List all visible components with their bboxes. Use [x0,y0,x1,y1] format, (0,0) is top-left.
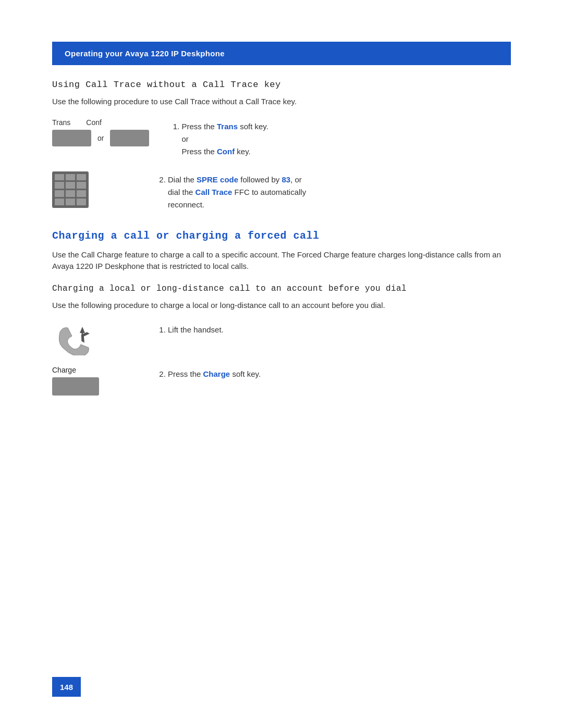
step2-charge-suffix: soft key. [230,369,261,378]
handset-step-content: Lift the handset. [156,322,511,339]
trans-label: Trans [52,118,70,127]
step1b-conf-highlight: Conf [217,147,235,156]
section2-title: Charging a call or charging a forced cal… [52,230,511,242]
numpad-key-3 [77,174,86,181]
step2-line2-suffix: FFC to automatically [232,188,306,196]
numpad-key-7 [55,190,64,197]
numpad-key-5 [66,182,75,189]
handset-icon [52,322,104,355]
subsection-intro: Use the following procedure to charge a … [52,300,511,312]
page-number: 148 [52,677,81,697]
trans-key-button[interactable] [52,130,91,146]
step1-or: or [181,134,188,143]
step2-calltrace-highlight: Call Trace [195,188,232,196]
step1-prefix: Press the [181,122,217,131]
numpad-key-12 [77,199,86,205]
numpad-icon [52,171,89,208]
step2-middle1: followed by [238,175,282,184]
subsection-title: Charging a local or long-distance call t… [52,283,511,294]
numpad-key-4 [55,182,64,189]
step1b-prefix: Press the [181,147,217,156]
section2-intro: Use the Call Charge feature to charge a … [52,249,511,273]
step2-spre-highlight: SPRE code [197,175,238,184]
charge-label: Charge [52,366,76,374]
charge-key-button[interactable] [52,377,99,396]
step1-suffix: soft key. [238,122,268,131]
step2-visual [52,171,136,208]
step1-content: Press the Trans soft key. or Press the C… [170,118,511,161]
charge-step-content: Press the Charge soft key. [156,366,511,384]
step2-instruction: Dial the SPRE code followed by 83, or di… [168,174,511,211]
section1-intro: Use the following procedure to use Call … [52,96,511,108]
numpad-key-9 [77,190,86,197]
handset-step-row: Lift the handset. [52,322,511,355]
header-banner-text: Operating your Avaya 1220 IP Deskphone [65,49,225,58]
charge-step-row: Charge Press the Charge soft key. [52,366,511,396]
svg-marker-1 [80,327,85,333]
step1b-suffix: key. [235,147,251,156]
header-banner: Operating your Avaya 1220 IP Deskphone [52,42,511,65]
or-label: or [97,134,104,142]
charge-visual: Charge [52,366,136,396]
step1-instruction: Press the Trans soft key. or Press the C… [181,120,511,158]
step2-83-highlight: 83 [282,175,290,184]
page-container: Operating your Avaya 1220 IP Deskphone U… [0,0,563,728]
conf-label: Conf [86,118,102,127]
step1-visual: Trans Conf or [52,118,149,146]
step2-middle2: , or [290,175,302,184]
step2-charge-highlight: Charge [203,369,230,378]
step2-line3: reconnect. [168,200,204,209]
key-buttons-row: or [52,130,149,146]
step2-prefix: Dial the [168,175,197,184]
charge-step-instruction: Press the Charge soft key. [168,368,511,380]
step2-charge-prefix: Press the [168,369,203,378]
numpad-key-1 [55,174,64,181]
numpad-key-2 [66,174,75,181]
step2-line2-prefix: dial the [168,188,195,196]
step1-row: Trans Conf or Press the Trans soft key. … [52,118,511,161]
key-labels-row: Trans Conf [52,118,102,127]
handset-visual [52,322,136,355]
step2-content: Dial the SPRE code followed by 83, or di… [156,171,511,214]
section1-title: Using Call Trace without a Call Trace ke… [52,80,511,90]
numpad-key-10 [55,199,64,205]
step2-row: Dial the SPRE code followed by 83, or di… [52,171,511,214]
numpad-key-6 [77,182,86,189]
numpad-key-11 [66,199,75,205]
numpad-key-8 [66,190,75,197]
step1-trans-highlight: Trans [217,122,238,131]
handset-step-instruction: Lift the handset. [168,324,511,336]
conf-key-button[interactable] [110,130,149,146]
